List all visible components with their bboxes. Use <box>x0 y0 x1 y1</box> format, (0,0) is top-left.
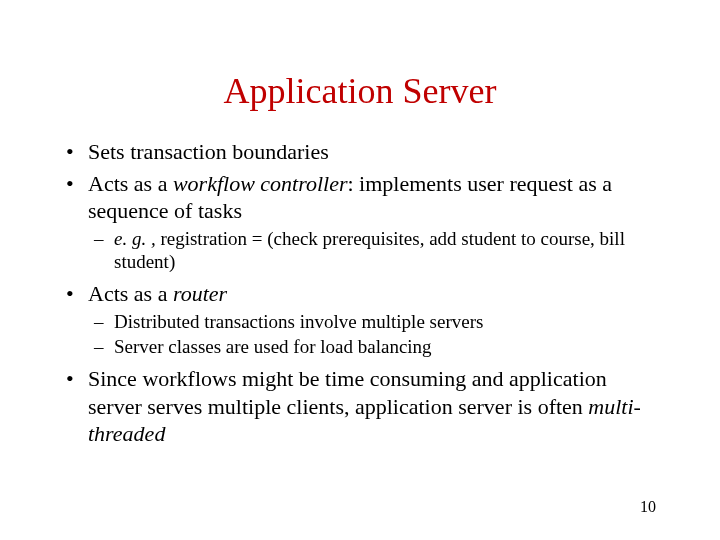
sub-bullet-text: registration = (check prerequisites, add… <box>114 228 625 273</box>
sub-bullet-item: Distributed transactions involve multipl… <box>88 310 660 334</box>
bullet-text-part: Acts as a <box>88 281 173 306</box>
bullet-item: Sets transaction boundaries <box>60 138 660 166</box>
bullet-text: Sets transaction boundaries <box>88 139 329 164</box>
sub-bullet-item: e. g. , registration = (check prerequisi… <box>88 227 660 275</box>
bullet-list: Sets transaction boundaries Acts as a wo… <box>60 138 660 448</box>
sub-bullet-text-italic: e. g. , <box>114 228 160 249</box>
sub-bullet-item: Server classes are used for load balanci… <box>88 335 660 359</box>
sub-bullet-text: Server classes are used for load balanci… <box>114 336 432 357</box>
bullet-item: Since workflows might be time consuming … <box>60 365 660 448</box>
bullet-item: Acts as a router Distributed transaction… <box>60 280 660 359</box>
bullet-text-italic: workflow controller <box>173 171 348 196</box>
bullet-text-part: Since workflows might be time consuming … <box>88 366 607 419</box>
sub-bullet-list: e. g. , registration = (check prerequisi… <box>88 227 660 275</box>
slide-title: Application Server <box>60 70 660 112</box>
bullet-text-italic: router <box>173 281 227 306</box>
sub-bullet-list: Distributed transactions involve multipl… <box>88 310 660 360</box>
bullet-item: Acts as a workflow controller: implement… <box>60 170 660 275</box>
page-number: 10 <box>640 498 656 516</box>
sub-bullet-text: Distributed transactions involve multipl… <box>114 311 483 332</box>
bullet-text-part: Acts as a <box>88 171 173 196</box>
